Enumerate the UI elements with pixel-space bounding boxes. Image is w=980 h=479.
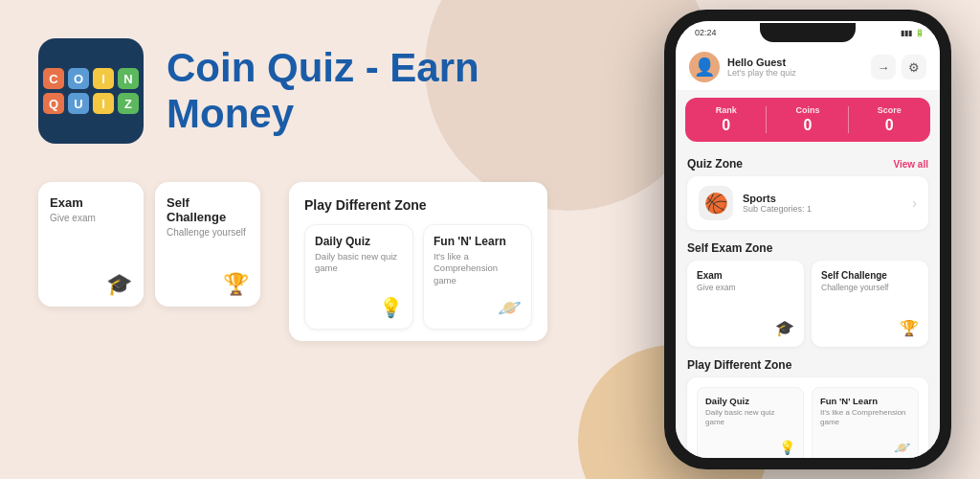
quiz-zone-item[interactable]: 🏀 Sports Sub Categories: 1 › — [687, 176, 928, 230]
sports-icon: 🏀 — [699, 186, 733, 220]
quiz-zone-title: Quiz Zone — [687, 157, 743, 171]
logo-letter-c: C — [43, 68, 64, 89]
phone-fun-learn-icon: 🪐 — [820, 440, 910, 455]
phone-daily-quiz-sub: Daily basic new quiz game — [705, 408, 795, 440]
phone-self-challenge-icon: 🏆 — [821, 319, 919, 337]
fun-learn-card[interactable]: Fun 'N' Learn It's like a Comprehension … — [423, 224, 532, 330]
login-button[interactable]: → — [871, 55, 896, 80]
battery-icon: 🔋 — [915, 29, 924, 37]
stats-bar: Rank 0 Coins 0 Score 0 — [685, 98, 930, 142]
logo-letter-i: I — [93, 68, 114, 89]
sports-sub: Sub Categories: 1 — [743, 204, 902, 214]
phone-exam-card[interactable]: Exam Give exam 🎓 — [687, 261, 804, 347]
logo-quiz-letter-u: U — [68, 93, 89, 114]
phone-fun-learn-title: Fun 'N' Learn — [820, 396, 910, 406]
logo-letter-n: N — [118, 68, 139, 89]
phone-self-challenge-card[interactable]: Self Challenge Challenge yourself 🏆 — [812, 261, 928, 347]
self-exam-title: Self Exam Zone — [687, 241, 772, 255]
logo-quiz-letter-i: I — [93, 93, 114, 114]
exam-icon: 🎓 — [50, 272, 132, 297]
phone-daily-quiz-icon: 💡 — [705, 440, 795, 455]
phone-frame: 02:24 ▮▮▮ 🔋 👤 Hello Guest Let's play the… — [664, 10, 951, 469]
sports-name: Sports — [743, 193, 902, 204]
self-challenge-card[interactable]: Self Challenge Challenge yourself 🏆 — [155, 182, 260, 307]
play-zone-group: Play Different Zone Daily Quiz Daily bas… — [289, 182, 547, 341]
signal-icon: ▮▮▮ — [901, 29, 912, 37]
logo-coin-row: C O I N — [43, 68, 139, 89]
user-info: 👤 Hello Guest Let's play the quiz — [689, 52, 796, 82]
coins-value: 0 — [770, 117, 844, 134]
logo-quiz-letter-z: Z — [118, 93, 139, 114]
phone-fun-learn-card[interactable]: Fun 'N' Learn It's like a Comprehension … — [812, 387, 919, 458]
user-text: Hello Guest Let's play the quiz — [727, 57, 796, 78]
quiz-zone-text: Sports Sub Categories: 1 — [743, 193, 902, 214]
play-zone-title: Play Different Zone — [304, 197, 532, 213]
phone-notch — [760, 23, 856, 42]
self-challenge-icon: 🏆 — [167, 272, 249, 297]
app-header: 👤 Hello Guest Let's play the quiz → ⚙ — [676, 44, 940, 90]
rank-stat: Rank 0 — [685, 98, 767, 142]
phone-play-zone-title: Play Different Zone — [687, 358, 791, 372]
daily-quiz-title: Daily Quiz — [315, 235, 403, 248]
phone-play-zone-header: Play Different Zone — [687, 358, 928, 372]
phone-exam-card-title: Exam — [697, 270, 794, 281]
app-title: Coin Quiz - Earn Money — [167, 45, 555, 138]
small-cards-group: Exam Give exam 🎓 Self Challenge Challeng… — [38, 182, 260, 341]
daily-quiz-subtitle: Daily basic new quiz game — [315, 251, 403, 296]
chevron-right-icon: › — [912, 195, 917, 211]
left-section: C O I N Q U I Z Coin Quiz - Earn Money E… — [0, 0, 593, 479]
phone-play-zone-cards: Daily Quiz Daily basic new quiz game 💡 F… — [697, 387, 919, 458]
exam-card-subtitle: Give exam — [50, 213, 132, 272]
rank-label: Rank — [689, 105, 763, 115]
header-area: C O I N Q U I Z Coin Quiz - Earn Money — [0, 0, 593, 163]
self-challenge-card-subtitle: Challenge yourself — [167, 227, 249, 272]
daily-quiz-icon: 💡 — [315, 296, 403, 319]
fun-learn-subtitle: It's like a Comprehension game — [434, 251, 522, 296]
phone-daily-quiz-card[interactable]: Daily Quiz Daily basic new quiz game 💡 — [697, 387, 804, 458]
quiz-zone-header: Quiz Zone View all — [687, 157, 928, 171]
header-icons: → ⚙ — [871, 55, 926, 80]
view-all-link[interactable]: View all — [893, 159, 928, 170]
status-icons: ▮▮▮ 🔋 — [901, 29, 924, 37]
fun-learn-icon: 🪐 — [434, 296, 522, 319]
fun-learn-title: Fun 'N' Learn — [434, 235, 522, 248]
self-exam-section: Self Exam Zone Exam Give exam 🎓 Self Cha… — [676, 234, 940, 351]
logo-quiz-letter-q: Q — [43, 93, 64, 114]
phone-play-zone-section: Play Different Zone Daily Quiz Daily bas… — [676, 351, 940, 458]
settings-button[interactable]: ⚙ — [902, 55, 926, 80]
user-subtitle: Let's play the quiz — [727, 68, 796, 78]
phone-daily-quiz-title: Daily Quiz — [705, 396, 795, 406]
phone-self-challenge-title: Self Challenge — [821, 270, 919, 281]
score-value: 0 — [853, 117, 926, 134]
status-time: 02:24 — [695, 28, 717, 37]
exam-card[interactable]: Exam Give exam 🎓 — [38, 182, 144, 307]
phone-wrapper: 02:24 ▮▮▮ 🔋 👤 Hello Guest Let's play the… — [664, 10, 951, 469]
play-zone-cards: Daily Quiz Daily basic new quiz game 💡 F… — [304, 224, 532, 330]
phone-exam-icon: 🎓 — [697, 319, 794, 337]
phone-play-zone: Daily Quiz Daily basic new quiz game 💡 F… — [687, 377, 928, 458]
coins-stat: Coins 0 — [767, 98, 848, 142]
cards-area: Exam Give exam 🎓 Self Challenge Challeng… — [0, 163, 593, 341]
avatar: 👤 — [689, 52, 720, 82]
score-label: Score — [853, 105, 926, 115]
logo-quiz-row: Q U I Z — [43, 93, 139, 114]
phone-fun-learn-sub: It's like a Comprehension game — [820, 408, 910, 440]
phone-self-challenge-sub: Challenge yourself — [821, 283, 919, 319]
quiz-zone-section: Quiz Zone View all 🏀 Sports Sub Categori… — [676, 149, 940, 234]
self-exam-cards: Exam Give exam 🎓 Self Challenge Challeng… — [687, 261, 928, 347]
self-exam-header: Self Exam Zone — [687, 241, 928, 255]
exam-card-title: Exam — [50, 195, 132, 210]
logo-box: C O I N Q U I Z — [38, 38, 144, 144]
coins-label: Coins — [770, 105, 844, 115]
logo-letter-o: O — [68, 68, 89, 89]
user-name: Hello Guest — [727, 57, 796, 68]
rank-value: 0 — [689, 117, 763, 134]
phone-screen: 02:24 ▮▮▮ 🔋 👤 Hello Guest Let's play the… — [676, 21, 940, 458]
score-stat: Score 0 — [849, 98, 930, 142]
phone-content[interactable]: Quiz Zone View all 🏀 Sports Sub Categori… — [676, 149, 940, 458]
daily-quiz-card[interactable]: Daily Quiz Daily basic new quiz game 💡 — [304, 224, 413, 330]
phone-exam-card-sub: Give exam — [697, 283, 794, 319]
self-challenge-card-title: Self Challenge — [167, 195, 249, 224]
